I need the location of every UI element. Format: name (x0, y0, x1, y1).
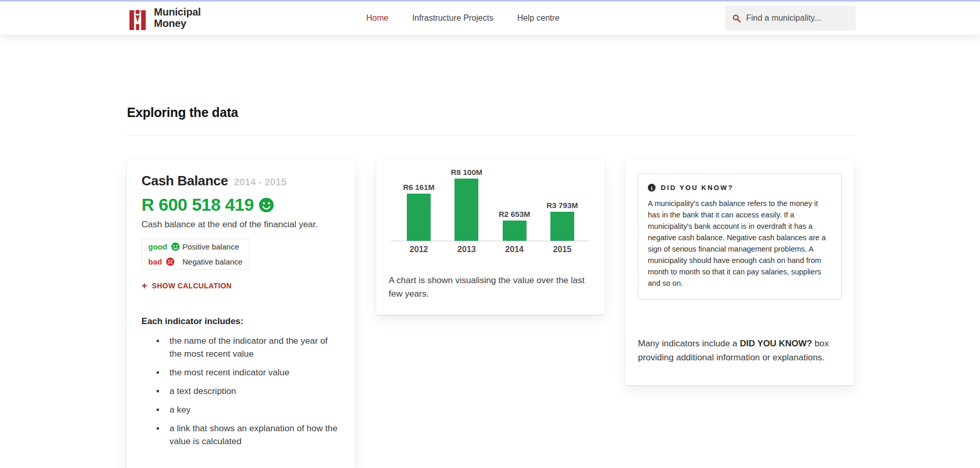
happy-face-icon (259, 197, 274, 213)
chart-column: R8 100M (443, 168, 490, 241)
page-title: Exploring the data (127, 105, 856, 120)
did-you-know-title: DID YOU KNOW? (661, 184, 733, 192)
x-axis-label: 2012 (395, 245, 443, 254)
chart-bar (455, 179, 478, 241)
bar-value-label: R6 161M (403, 183, 435, 192)
key-bad-left: bad (148, 257, 182, 266)
nav-help-centre[interactable]: Help centre (517, 13, 560, 23)
chart-bar (407, 194, 431, 241)
did-you-know-text: A municipality's cash balance refers to … (648, 198, 832, 289)
bar-value-label: R8 100M (451, 168, 482, 177)
list-item: a key (165, 404, 341, 417)
key-good-label: good (148, 242, 167, 251)
indicator-value-row: R 600 518 419 (141, 195, 341, 215)
did-you-know-card: i DID YOU KNOW? A municipality's cash ba… (626, 160, 854, 385)
bar-value-label: R2 653M (499, 210, 530, 218)
info-icon: i (648, 184, 656, 192)
x-axis-label: 2014 (491, 245, 538, 254)
sad-face-icon (166, 257, 175, 266)
indicator-value: R 600 518 419 (141, 195, 254, 215)
did-you-know-note: Many indicators include a DID YOU KNOW? … (638, 337, 842, 364)
chart-caption: A chart is shown visualising the value o… (389, 274, 592, 300)
list-item: a text description (165, 385, 341, 398)
search-icon (732, 13, 741, 23)
indicator-key: good Positive balance bad (141, 239, 249, 270)
key-row-good: good Positive balance (142, 239, 249, 254)
municipal-money-logo[interactable]: Municipal Money (127, 6, 201, 31)
plus-icon: + (141, 281, 147, 290)
indicator-description: Cash balance at the end of the financial… (141, 220, 341, 230)
logo-wordmark: Municipal Money (154, 7, 201, 29)
explainer-cards-row: Cash Balance 2014 - 2015 R 600 518 419 C… (127, 160, 856, 468)
key-good-left: good (148, 242, 182, 251)
indicator-title: Cash Balance (141, 173, 228, 188)
list-item: the name of the indicator and the year o… (165, 335, 341, 361)
search-input[interactable] (746, 13, 848, 23)
x-axis-label: 2015 (538, 245, 586, 254)
chart-bar (503, 221, 527, 241)
chart-bar (550, 212, 574, 241)
chart-column: R6 161M (395, 183, 443, 241)
x-axis-label: 2013 (443, 245, 490, 254)
key-row-bad: bad Negative balance (142, 254, 249, 269)
chart-year-labels: 2012201320142015 (389, 245, 592, 254)
logo-m-icon (127, 6, 148, 31)
show-calculation-link[interactable]: + SHOW CALCULATION (141, 281, 341, 290)
chart-x-axis (391, 241, 590, 241)
did-you-know-header: i DID YOU KNOW? (648, 184, 832, 192)
list-item: the most recent indicator value (165, 367, 341, 379)
site-header: Municipal Money Home Infrastructure Proj… (0, 2, 980, 35)
includes-heading: Each indicator includes: (141, 316, 341, 327)
main-nav: Home Infrastructure Projects Help centre (366, 13, 560, 23)
show-calculation-label: SHOW CALCULATION (152, 282, 232, 290)
did-you-know-box: i DID YOU KNOW? A municipality's cash ba… (638, 173, 842, 300)
note-prefix: Many indicators include a (638, 339, 740, 348)
nav-infrastructure-projects[interactable]: Infrastructure Projects (412, 13, 493, 23)
indicator-example-card: Cash Balance 2014 - 2015 R 600 518 419 C… (127, 160, 356, 468)
note-bold: DID YOU KNOW? (740, 339, 812, 348)
main-content: Exploring the data Cash Balance 2014 - 2… (0, 105, 980, 468)
chart-column: R3 793M (538, 201, 586, 241)
bar-value-label: R3 793M (546, 201, 578, 210)
list-item: a link that shows an explanation of how … (165, 422, 341, 448)
chart-column: R2 653M (491, 210, 538, 241)
section-divider (127, 135, 856, 136)
key-bad-meaning: Negative balance (182, 257, 243, 266)
indicator-period: 2014 - 2015 (234, 177, 286, 187)
chart-example-card: R6 161MR8 100MR2 653MR3 793M 20122013201… (376, 160, 605, 315)
nav-home[interactable]: Home (366, 13, 389, 23)
happy-face-icon (171, 242, 180, 251)
indicator-title-row: Cash Balance 2014 - 2015 (141, 173, 341, 189)
municipality-search[interactable] (725, 6, 856, 31)
bar-chart: R6 161MR8 100MR2 653MR3 793M (389, 165, 592, 241)
includes-list: the name of the indicator and the year o… (141, 335, 341, 448)
key-good-meaning: Positive balance (182, 242, 239, 251)
key-bad-label: bad (148, 257, 162, 266)
